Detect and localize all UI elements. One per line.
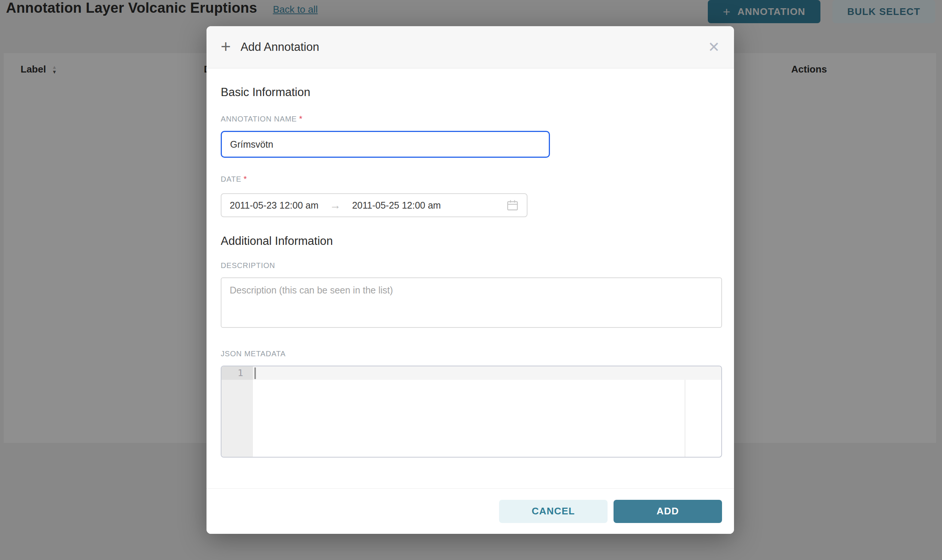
- add-button-label: ADD: [657, 505, 679, 517]
- swap-right-icon: →: [330, 200, 341, 211]
- description-textarea[interactable]: [221, 277, 722, 328]
- modal-footer: CANCEL ADD: [207, 488, 734, 534]
- json-metadata-editor[interactable]: 1: [221, 366, 722, 458]
- plus-icon: +: [221, 38, 231, 55]
- date-label-text: DATE: [221, 175, 241, 183]
- annotation-name-label-text: ANNOTATION NAME: [221, 115, 297, 123]
- required-asterisk: *: [244, 175, 247, 183]
- cancel-button-label: CANCEL: [532, 505, 575, 517]
- modal-header: + Add Annotation ✕: [207, 26, 734, 68]
- add-button[interactable]: ADD: [614, 500, 722, 523]
- json-metadata-label-text: JSON METADATA: [221, 349, 286, 358]
- required-asterisk: *: [299, 115, 302, 123]
- editor-line-number: 1: [222, 366, 253, 380]
- annotation-name-input[interactable]: [221, 131, 550, 158]
- modal-body: Basic Information ANNOTATION NAME * DATE…: [207, 68, 734, 488]
- description-label-text: DESCRIPTION: [221, 261, 275, 270]
- calendar-icon[interactable]: [507, 199, 518, 211]
- editor-active-line: [253, 366, 721, 380]
- close-icon[interactable]: ✕: [708, 40, 720, 54]
- add-annotation-modal: + Add Annotation ✕ Basic Information ANN…: [207, 26, 734, 534]
- screen: Annotation Layer Volcanic Eruptions Back…: [0, 0, 942, 560]
- json-metadata-label: JSON METADATA: [221, 349, 722, 358]
- section-basic-information: Basic Information: [221, 86, 722, 99]
- date-label: DATE *: [221, 175, 722, 183]
- date-end-value[interactable]: 2011-05-25 12:00 am: [352, 200, 441, 211]
- date-range-picker[interactable]: 2011-05-23 12:00 am → 2011-05-25 12:00 a…: [221, 193, 527, 217]
- editor-gutter: 1: [222, 366, 253, 457]
- editor-print-margin: [685, 366, 685, 457]
- date-start-value[interactable]: 2011-05-23 12:00 am: [230, 200, 318, 211]
- annotation-name-label: ANNOTATION NAME *: [221, 115, 722, 123]
- modal-title: Add Annotation: [241, 40, 319, 54]
- cancel-button[interactable]: CANCEL: [499, 500, 607, 523]
- editor-text-cursor: [254, 368, 256, 379]
- section-additional-information: Additional Information: [221, 234, 722, 248]
- description-label: DESCRIPTION: [221, 261, 722, 270]
